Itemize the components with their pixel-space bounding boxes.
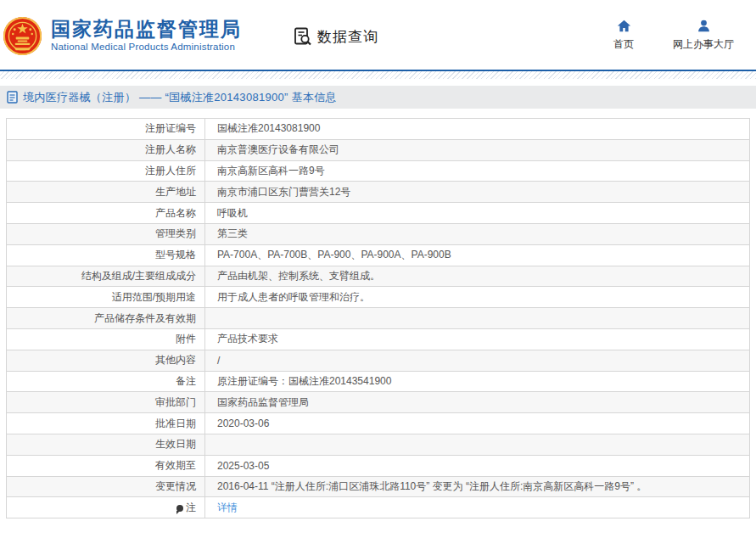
breadcrumb: 境内医疗器械（注册） —— “国械注准20143081900” 基本信息 xyxy=(0,86,756,109)
row-label: 其他内容 xyxy=(7,350,205,371)
registration-info-table: 注册证编号国械注准20143081900注册人名称南京普澳医疗设备有限公司注册人… xyxy=(6,118,750,518)
site-subtitle: National Medical Products Administration xyxy=(51,42,242,52)
data-query-entry[interactable]: 数据查询 xyxy=(293,26,378,47)
row-value: PA-700A、PA-700B、PA-900、PA-900A、PA-900B xyxy=(205,244,750,266)
row-label: 产品储存条件及有效期 xyxy=(7,308,205,329)
document-icon xyxy=(7,91,18,104)
row-label: 注 xyxy=(7,497,205,518)
document-search-icon xyxy=(293,26,313,47)
row-label: 注册证编号 xyxy=(7,119,205,140)
row-value: 国家药品监督管理局 xyxy=(205,392,750,413)
brand-block: 国家药品监督管理局 National Medical Products Admi… xyxy=(51,18,242,52)
table-row: 备注原注册证编号：国械注准20143541900 xyxy=(7,371,750,392)
person-icon xyxy=(697,19,711,33)
home-icon xyxy=(617,19,631,33)
row-value: 产品技术要求 xyxy=(205,328,750,350)
table-row: 产品名称呼吸机 xyxy=(7,203,750,224)
table-row: 产品储存条件及有效期 xyxy=(7,308,750,329)
row-value: 南京高新区高科一路9号 xyxy=(205,160,750,182)
row-label: 变更情况 xyxy=(7,476,205,497)
row-label: 备注 xyxy=(7,371,205,392)
table-row: 注详情 xyxy=(7,497,750,518)
row-label: 生效日期 xyxy=(7,434,205,455)
table-row: 注册证编号国械注准20143081900 xyxy=(7,119,750,140)
nav-home[interactable]: 首页 xyxy=(613,19,634,52)
table-row: 其他内容/ xyxy=(7,350,750,371)
row-value: 详情 xyxy=(205,497,750,518)
row-label: 型号规格 xyxy=(7,244,205,266)
table-row: 生产地址南京市浦口区东门曹营关12号 xyxy=(7,182,750,203)
row-label: 适用范围/预期用途 xyxy=(7,287,205,308)
note-icon xyxy=(176,505,183,512)
row-value: 2016-04-11 “注册人住所:浦口区浦珠北路110号” 变更为 “注册人住… xyxy=(205,476,750,497)
site-title: 国家药品监督管理局 xyxy=(51,18,242,40)
row-value: 原注册证编号：国械注准20143541900 xyxy=(205,371,750,392)
table-row: 注册人住所南京高新区高科一路9号 xyxy=(7,160,750,182)
table-row: 生效日期 xyxy=(7,434,750,455)
row-label: 产品名称 xyxy=(7,203,205,224)
row-value xyxy=(205,308,750,329)
table-row: 管理类别第三类 xyxy=(7,223,750,244)
row-label: 生产地址 xyxy=(7,182,205,203)
table-row: 有效期至2025-03-05 xyxy=(7,455,750,476)
info-table-body: 注册证编号国械注准20143081900注册人名称南京普澳医疗设备有限公司注册人… xyxy=(7,119,750,518)
data-query-label: 数据查询 xyxy=(317,27,378,47)
row-value xyxy=(205,434,750,455)
hatch-band xyxy=(0,71,756,79)
row-value: 2020-03-06 xyxy=(205,413,750,434)
row-label: 结构及组成/主要组成成分 xyxy=(7,266,205,287)
row-value: 用于成人患者的呼吸管理和治疗。 xyxy=(205,287,750,308)
table-row: 结构及组成/主要组成成分产品由机架、控制系统、支臂组成。 xyxy=(7,266,750,287)
row-value: 2025-03-05 xyxy=(205,455,750,476)
breadcrumb-text: 境内医疗器械（注册） —— “国械注准20143081900” 基本信息 xyxy=(23,90,337,105)
row-value: 产品由机架、控制系统、支臂组成。 xyxy=(205,266,750,287)
table-row: 审批部门国家药品监督管理局 xyxy=(7,392,750,413)
table-row: 附件产品技术要求 xyxy=(7,328,750,350)
row-label: 批准日期 xyxy=(7,413,205,434)
national-emblem-logo xyxy=(3,16,42,56)
row-value: 南京普澳医疗设备有限公司 xyxy=(205,139,750,160)
row-value: 南京市浦口区东门曹营关12号 xyxy=(205,182,750,203)
row-label: 附件 xyxy=(7,328,205,350)
nav-home-label: 首页 xyxy=(613,37,634,52)
row-label: 审批部门 xyxy=(7,392,205,413)
table-row: 适用范围/预期用途用于成人患者的呼吸管理和治疗。 xyxy=(7,287,750,308)
table-row: 变更情况2016-04-11 “注册人住所:浦口区浦珠北路110号” 变更为 “… xyxy=(7,476,750,497)
nav-service-hall-label: 网上办事大厅 xyxy=(673,37,734,52)
row-label: 注册人名称 xyxy=(7,139,205,160)
row-value: 第三类 xyxy=(205,223,750,244)
table-row: 批准日期2020-03-06 xyxy=(7,413,750,434)
row-value: / xyxy=(205,350,750,371)
row-label: 有效期至 xyxy=(7,455,205,476)
row-value: 呼吸机 xyxy=(205,203,750,224)
details-link[interactable]: 详情 xyxy=(217,502,238,513)
table-row: 型号规格PA-700A、PA-700B、PA-900、PA-900A、PA-90… xyxy=(7,244,750,266)
table-row: 注册人名称南京普澳医疗设备有限公司 xyxy=(7,139,750,160)
nav-service-hall[interactable]: 网上办事大厅 xyxy=(673,19,734,52)
row-value: 国械注准20143081900 xyxy=(205,119,750,140)
row-label: 管理类别 xyxy=(7,223,205,244)
row-label: 注册人住所 xyxy=(7,160,205,182)
page-header: 国家药品监督管理局 National Medical Products Admi… xyxy=(0,0,756,70)
